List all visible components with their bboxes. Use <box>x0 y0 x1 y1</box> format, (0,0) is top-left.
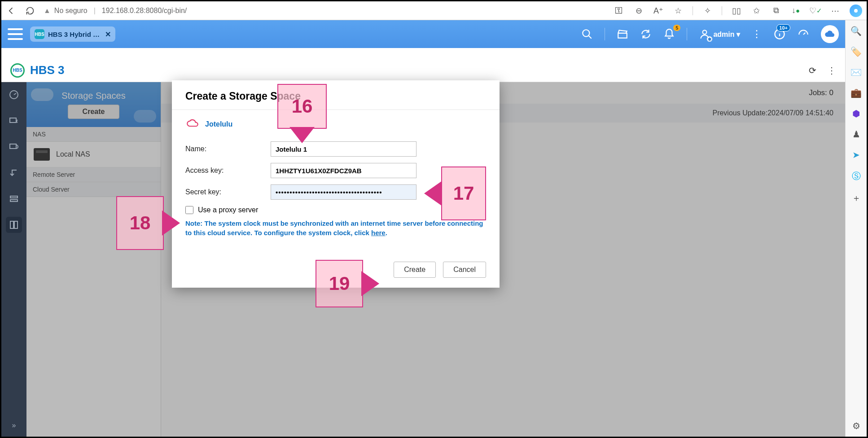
insecure-icon: ▲ <box>44 7 51 15</box>
refresh-app-icon[interactable]: ⟳ <box>809 65 816 76</box>
user-icon: ✱ <box>699 28 710 40</box>
more-icon[interactable]: ⋯ <box>830 5 841 16</box>
edge-add-icon[interactable]: ＋ <box>852 192 861 204</box>
callout-16-label: 16 <box>292 96 313 117</box>
callout-19-label: 19 <box>329 273 350 294</box>
url-text: 192.168.0.28:8080/cgi-bin/ <box>102 7 187 15</box>
proxy-checkbox[interactable] <box>185 206 193 214</box>
info-badge: 10+ <box>776 24 790 31</box>
user-label: admin ▾ <box>713 30 740 39</box>
downloads-icon[interactable]: ↓● <box>790 5 801 16</box>
modal-title: Create a Storage Space <box>172 80 500 110</box>
wallet-icon[interactable]: ⧉ <box>771 5 781 16</box>
browser-toolbar: ▲ No seguro | 192.168.0.28:8080/cgi-bin/… <box>1 1 867 20</box>
back-icon[interactable] <box>6 5 17 16</box>
info-icon[interactable]: 10+ <box>773 28 786 40</box>
app-title: HBS 3 <box>30 63 65 77</box>
create-button[interactable]: Create <box>394 262 436 278</box>
callout-17-label: 17 <box>453 183 474 204</box>
copilot-icon[interactable] <box>850 4 862 17</box>
performance-icon[interactable]: ♡✓ <box>810 5 821 16</box>
edge-office-icon[interactable]: ⬢ <box>852 108 860 119</box>
name-input[interactable] <box>271 141 416 157</box>
callout-19: 19 <box>316 260 363 307</box>
proxy-label: Use a proxy server <box>198 206 258 214</box>
edge-settings-icon[interactable]: ⚙ <box>852 420 860 431</box>
edge-outlook-icon[interactable]: ✉️ <box>850 67 862 78</box>
app-body: » Storage Spaces Create NAS Local NAS Re… <box>1 59 845 437</box>
svg-point-0 <box>854 9 858 13</box>
collections-icon[interactable]: ✩ <box>751 5 762 16</box>
favorite-icon[interactable]: ☆ <box>673 5 684 16</box>
user-menu[interactable]: ✱ admin ▾ <box>699 28 740 40</box>
search-icon[interactable] <box>581 28 593 40</box>
insecure-label: No seguro <box>54 7 88 15</box>
edge-tag-icon[interactable]: 🏷️ <box>850 46 862 57</box>
qnap-top-bar: HBS HBS 3 Hybrid … ✕ 5 ✱ admin ▾ ⋮ 10+ <box>1 20 845 48</box>
hbs-logo-icon: HBS <box>10 63 25 78</box>
tab-title: HBS 3 Hybrid … <box>48 31 100 38</box>
access-key-input[interactable] <box>271 163 416 178</box>
jotelulu-logo-icon <box>185 119 201 130</box>
callout-18: 18 <box>116 196 164 250</box>
edge-skype-icon[interactable]: Ⓢ <box>852 170 861 182</box>
split-icon[interactable]: ▯▯ <box>731 5 742 16</box>
cancel-button[interactable]: Cancel <box>443 262 486 278</box>
address-bar[interactable]: ▲ No seguro | 192.168.0.28:8080/cgi-bin/ <box>44 7 187 15</box>
read-aloud-icon[interactable]: A⁺ <box>653 5 664 16</box>
app-more-icon[interactable]: ⋮ <box>827 65 836 76</box>
clapper-icon[interactable] <box>617 28 628 40</box>
secret-key-input[interactable] <box>271 184 416 200</box>
edge-briefcase-icon[interactable]: 💼 <box>850 88 862 98</box>
access-key-label: Access key: <box>185 166 271 175</box>
kebab-icon[interactable]: ⋮ <box>752 28 762 40</box>
notif-badge: 5 <box>673 25 680 31</box>
extensions-icon[interactable]: ✧ <box>702 5 713 16</box>
edge-send-icon[interactable]: ➤ <box>852 149 860 160</box>
bell-icon[interactable]: 5 <box>663 28 675 40</box>
key-icon[interactable]: ⚿ <box>614 5 624 16</box>
callout-16: 16 <box>277 84 327 129</box>
cloud-button[interactable] <box>821 25 839 43</box>
callout-18-label: 18 <box>130 212 151 234</box>
zoom-out-icon[interactable]: ⊖ <box>633 5 644 16</box>
edge-search-icon[interactable]: 🔍 <box>850 26 862 36</box>
provider-name: Jotelulu <box>205 120 232 128</box>
browser-right-icons: ⚿ ⊖ A⁺ ☆ ✧ ▯▯ ✩ ⧉ ↓● ♡✓ ⋯ <box>614 4 862 17</box>
note-here-link[interactable]: here <box>371 229 386 237</box>
dashboard-icon[interactable] <box>798 28 809 40</box>
name-label: Name: <box>185 145 271 153</box>
sync-icon[interactable] <box>640 28 652 40</box>
refresh-icon[interactable] <box>25 5 35 16</box>
callout-17: 17 <box>441 166 486 220</box>
menu-icon[interactable] <box>8 28 23 40</box>
svg-point-2 <box>703 30 707 34</box>
edge-sidebar: 🔍 🏷️ ✉️ 💼 ⬢ ♟ ➤ Ⓢ ＋ ⚙ <box>845 20 867 437</box>
secret-key-label: Secret key: <box>185 188 271 196</box>
hbs-tab-icon: HBS <box>35 29 44 39</box>
app-tab[interactable]: HBS HBS 3 Hybrid … ✕ <box>30 26 115 42</box>
app-header-row: HBS HBS 3 ⟳ ⋮ <box>1 59 845 82</box>
close-tab-icon[interactable]: ✕ <box>105 30 111 39</box>
note-text: Note: The system clock must be synchroni… <box>185 219 483 237</box>
svg-point-1 <box>583 30 590 36</box>
edge-chess-icon[interactable]: ♟ <box>852 129 860 140</box>
clock-note: Note: The system clock must be synchroni… <box>172 219 500 237</box>
provider-row: Jotelulu <box>172 110 500 133</box>
